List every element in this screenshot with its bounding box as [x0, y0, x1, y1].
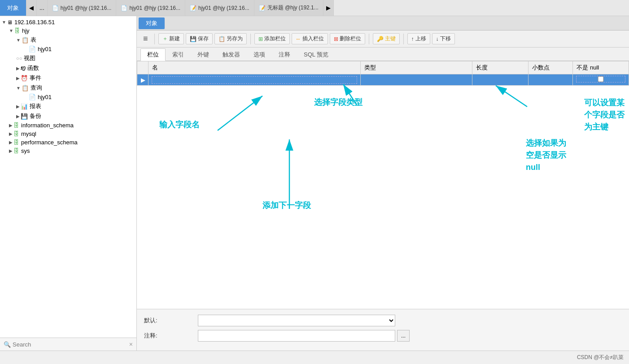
row-indicator-cell: ▶	[137, 74, 149, 86]
field-decimal-cell[interactable]	[528, 74, 573, 86]
nav-next-icon: ▶	[326, 4, 331, 11]
db-icon-info-schema: 🗄	[13, 122, 19, 129]
table-label-hjy01: hjy01	[38, 46, 52, 52]
sidebar-search-bar: 🔍 ×	[0, 338, 136, 351]
server-icon: 🖥	[7, 19, 13, 26]
functions-label: 函数	[27, 64, 39, 72]
subtab-indexes[interactable]: 索引	[166, 48, 191, 61]
tree-item-tables[interactable]: ▼ 📋 表	[0, 35, 136, 45]
move-down-button[interactable]: ↓ 下移	[432, 33, 455, 44]
tree-item-events[interactable]: ▶ ⏰ 事件	[0, 73, 136, 83]
th-type: 类型	[361, 61, 472, 74]
move-down-label: 下移	[440, 35, 451, 43]
tree-item-views[interactable]: ○○ 视图	[0, 53, 136, 63]
tree-item-information-schema[interactable]: ▶ 🗄 information_schema	[0, 121, 136, 130]
bottom-properties: 默认: 注释: ...	[137, 309, 629, 351]
save-as-button[interactable]: 📋 另存为	[214, 33, 247, 44]
tree-item-server[interactable]: ▼ 🖥 192.168.136.51	[0, 18, 136, 26]
primary-key-button[interactable]: 🔑 主键	[373, 33, 400, 44]
subtab-fields[interactable]: 栏位	[140, 48, 166, 61]
key-icon: 🔑	[377, 36, 384, 42]
tab-hjy01-3[interactable]: 📝 hjy01 @hjy (192.16...	[185, 0, 254, 16]
svg-line-1	[218, 96, 262, 130]
tree-item-performance-schema[interactable]: ▶ 🗄 performance_schema	[0, 138, 136, 147]
new-label: 新建	[169, 35, 180, 43]
subtab-foreign-keys[interactable]: 外键	[191, 48, 216, 61]
toolbar-menu-icon[interactable]: ≡	[140, 34, 151, 43]
toolbar-sep-1	[154, 34, 155, 44]
tree-item-hjy-db[interactable]: ▼ 🗄 hjy	[0, 26, 136, 35]
tab-untitled[interactable]: 📝 无标题 @hjy (192.1...	[254, 0, 323, 16]
object-tab-active[interactable]: 对象	[139, 17, 165, 29]
subtab-triggers[interactable]: 触发器	[216, 48, 247, 61]
tab-object-label: 对象	[7, 4, 19, 12]
expand-arrow-perf-schema: ▶	[9, 140, 13, 145]
notnull-checkbox[interactable]	[577, 76, 625, 82]
expand-arrow-mysql: ▶	[9, 131, 13, 136]
svg-line-2	[343, 84, 357, 105]
tree-item-reports[interactable]: ▶ 📊 报表	[0, 101, 136, 111]
comment-input[interactable]	[198, 330, 395, 342]
expand-arrow-events: ▶	[16, 76, 20, 81]
save-button[interactable]: 💾 保存	[186, 33, 213, 44]
delete-column-button[interactable]: ⊠ 删除栏位	[330, 33, 365, 44]
field-name-cell[interactable]	[148, 74, 360, 86]
field-type-cell[interactable]	[361, 74, 472, 86]
insert-column-button[interactable]: ↔ 插入栏位	[292, 33, 328, 44]
tab-hjy01-2[interactable]: 📄 hjy01 @hjy (192.16...	[116, 0, 185, 16]
subtab-comments[interactable]: 注释	[272, 48, 297, 61]
db-icon-mysql: 🗄	[13, 130, 19, 137]
add-col-label: 添加栏位	[264, 35, 286, 43]
tab-nav-next[interactable]: ▶	[323, 0, 334, 16]
search-input[interactable]	[13, 341, 129, 348]
save-icon: 💾	[190, 36, 197, 42]
save-as-label: 另存为	[227, 35, 243, 43]
comment-label: 注释:	[144, 332, 198, 340]
annotation-null-display: 选择如果为空是否显示null	[526, 137, 566, 173]
tree-item-queries[interactable]: ▼ 📋 查询	[0, 83, 136, 93]
search-clear-button[interactable]: ×	[129, 341, 133, 348]
tab-icon-4: 📝	[259, 5, 266, 11]
subtab-options[interactable]: 选项	[247, 48, 272, 61]
tab-object[interactable]: 对象	[0, 0, 26, 16]
field-length-cell[interactable]	[472, 74, 529, 86]
tree-item-sys[interactable]: ▶ 🗄 sys	[0, 147, 136, 155]
functions-icon: f()	[21, 65, 26, 71]
default-select[interactable]	[198, 315, 395, 326]
comment-more-button[interactable]: ...	[397, 330, 410, 342]
tab-nav-ellipsis[interactable]: ...	[37, 0, 48, 16]
tree-item-hjy01-table[interactable]: 📄 hjy01	[0, 45, 136, 53]
tab-hjy01-1[interactable]: 📄 hjy01 @hjy (192.16...	[48, 0, 117, 16]
tree-item-hjy01-query[interactable]: 📄 hjy01	[0, 93, 136, 101]
tree-item-mysql[interactable]: ▶ 🗄 mysql	[0, 130, 136, 138]
tab-nav-prev[interactable]: ◀	[26, 0, 37, 16]
query-label-hjy01: hjy01	[38, 94, 52, 100]
tree-item-backups[interactable]: ▶ 💾 备份	[0, 111, 136, 121]
db-icon-hjy: 🗄	[14, 27, 20, 34]
expand-arrow-hjy: ▼	[9, 28, 13, 33]
views-icon: ○○	[16, 56, 22, 61]
db-label-hjy: hjy	[22, 27, 30, 34]
toolbar-sep-2	[250, 34, 251, 44]
new-button[interactable]: ＋ 新建	[158, 33, 184, 44]
move-up-button[interactable]: ↑ 上移	[407, 33, 430, 44]
field-table: 名 类型 长度 小数点 不是 n	[137, 61, 629, 86]
subtab-sql-preview[interactable]: SQL 预览	[297, 48, 335, 61]
add-column-button[interactable]: ⊞ 添加栏位	[254, 33, 290, 44]
default-label: 默认:	[144, 316, 198, 325]
field-name-input[interactable]	[152, 77, 357, 83]
expand-arrow-functions: ▶	[16, 66, 20, 71]
views-label: 视图	[24, 54, 35, 62]
field-notnull-cell[interactable]	[573, 74, 629, 86]
expand-arrow-backups: ▶	[16, 114, 20, 119]
annotation-arrows	[137, 61, 629, 309]
tab-icon-2: 📄	[121, 5, 127, 11]
db-label-perf-schema: performance_schema	[21, 139, 78, 146]
events-label: 事件	[30, 74, 41, 82]
events-icon: ⏰	[21, 75, 28, 82]
tree-item-functions[interactable]: ▶ f() 函数	[0, 63, 136, 73]
expand-arrow-queries: ▼	[16, 86, 21, 91]
toolbar-sep-3	[369, 34, 369, 44]
delete-col-icon: ⊠	[334, 36, 338, 42]
table-row[interactable]: ▶	[137, 74, 629, 86]
